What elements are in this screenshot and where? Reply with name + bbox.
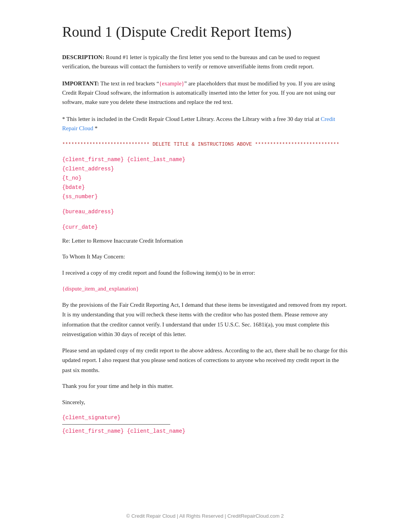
client-name-bottom: {client_first_name} {client_last_name} <box>62 427 348 436</box>
letter-body: Re: Letter to Remove Inaccurate Credit I… <box>62 236 348 408</box>
footer-text: © Credit Repair Cloud | All Rights Reser… <box>126 513 284 519</box>
body4: Thank you for your time and help in this… <box>62 381 348 391</box>
library-block: * This letter is included in the Credit … <box>62 114 348 133</box>
important-text: The text in red brackets “ <box>99 80 159 87</box>
library-text1: * This letter is included in the Credit … <box>62 116 321 122</box>
bureau-address-block: {bureau_address} <box>62 207 348 217</box>
signature-section: {client_signature} {client_first_name} {… <box>62 413 348 436</box>
sincerely: Sincerely, <box>62 398 348 408</box>
example-placeholder: {example} <box>159 80 184 87</box>
field-bureau-address: {bureau_address} <box>62 207 348 217</box>
field-client-address: {client_address} <box>62 165 348 174</box>
footer: © Credit Repair Cloud | All Rights Reser… <box>0 512 410 520</box>
field-curr-date: {curr_date} <box>62 223 348 232</box>
library-text2: * <box>93 125 97 131</box>
field-t-no: {t_no} <box>62 174 348 183</box>
field-client-name: {client_first_name} {client_last_name} <box>62 155 348 165</box>
description-block: DESCRIPTION: Round #1 letter is typicall… <box>62 53 348 71</box>
divider-line: ***************************** DELETE TIT… <box>62 141 348 149</box>
field-ss-number: {ss_number} <box>62 192 348 202</box>
curr-date-block: {curr_date} <box>62 223 348 232</box>
signature-line <box>62 424 170 425</box>
important-block: IMPORTANT: The text in red brackets “{ex… <box>62 79 348 107</box>
page-title: Round 1 (Dispute Credit Report Items) <box>62 23 348 41</box>
salutation: To Whom It May Concern: <box>62 252 348 262</box>
client-signature-placeholder: {client_signature} <box>62 413 348 423</box>
body2: By the provisions of the Fair Credit Rep… <box>62 300 348 340</box>
body3: Please send an updated copy of my credit… <box>62 346 348 376</box>
dispute-placeholder: {dispute_item_and_explanation} <box>62 284 348 294</box>
body1: I received a copy of my credit report an… <box>62 268 348 278</box>
important-label: IMPORTANT: <box>62 80 99 87</box>
description-label: DESCRIPTION: <box>62 54 104 60</box>
re-line: Re: Letter to Remove Inaccurate Credit I… <box>62 236 348 246</box>
field-bdate: {bdate} <box>62 183 348 192</box>
letter-fields: {client_first_name} {client_last_name} {… <box>62 155 348 201</box>
